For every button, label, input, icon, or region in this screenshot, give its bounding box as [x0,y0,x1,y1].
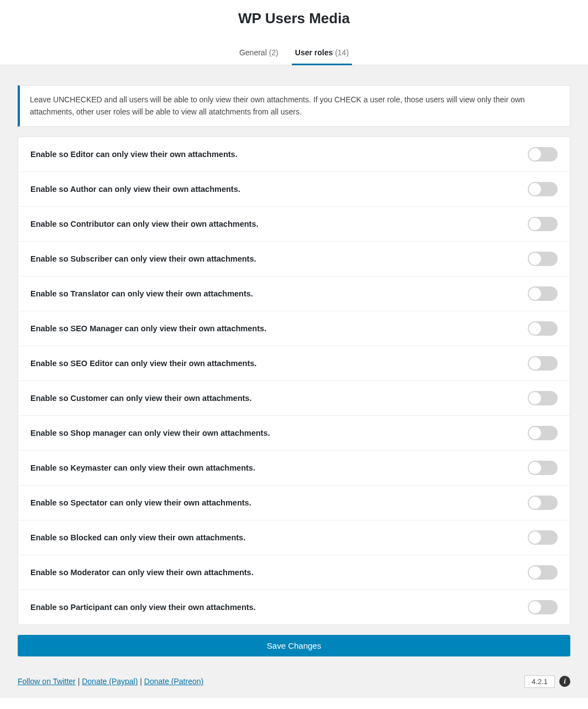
toggle-knob [529,427,541,439]
setting-label: Enable so Moderator can only view their … [30,568,254,577]
toggle-switch[interactable] [528,600,558,614]
toggle-switch[interactable] [528,461,558,475]
page-title: WP Users Media [0,10,588,27]
version-badge: 4.2.1 [524,675,555,688]
tab-user-roles[interactable]: User roles (14) [292,43,352,65]
toggle-knob [529,253,541,265]
toggle-switch[interactable] [528,496,558,510]
setting-row: Enable so Blocked can only view their ow… [18,520,570,555]
tabs: General (2)User roles (14) [0,43,588,65]
setting-row: Enable so SEO Editor can only view their… [18,346,570,381]
toggle-switch[interactable] [528,252,558,266]
donate-paypal-link[interactable]: Donate (Paypal) [82,677,138,686]
setting-label: Enable so SEO Editor can only view their… [30,359,256,368]
donate-patreon-link[interactable]: Donate (Patreon) [144,677,203,686]
toggle-switch[interactable] [528,182,558,196]
toggle-knob [529,392,541,404]
setting-row: Enable so Spectator can only view their … [18,486,570,520]
setting-row: Enable so Participant can only view thei… [18,590,570,624]
setting-label: Enable so SEO Manager can only view thei… [30,324,266,333]
toggle-switch[interactable] [528,321,558,336]
setting-label: Enable so Customer can only view their o… [30,394,251,403]
setting-label: Enable so Keymaster can only view their … [30,463,255,472]
setting-label: Enable so Spectator can only view their … [30,498,251,507]
toggle-knob [529,148,541,160]
footer-links: Follow on Twitter | Donate (Paypal) | Do… [18,677,203,686]
toggle-switch[interactable] [528,356,558,371]
toggle-knob [529,183,541,195]
toggle-knob [529,462,541,474]
toggle-switch[interactable] [528,426,558,440]
tab-count: (2) [269,48,279,57]
setting-row: Enable so Author can only view their own… [18,172,570,207]
toggle-knob [529,497,541,509]
setting-row: Enable so Contributor can only view thei… [18,207,570,242]
setting-row: Enable so Moderator can only view their … [18,555,570,590]
settings-list: Enable so Editor can only view their own… [18,137,570,625]
setting-row: Enable so Editor can only view their own… [18,137,570,172]
save-button[interactable]: Save Changes [18,635,570,656]
toggle-knob [529,322,541,335]
twitter-link[interactable]: Follow on Twitter [18,677,76,686]
setting-label: Enable so Shop manager can only view the… [30,429,270,437]
setting-label: Enable so Editor can only view their own… [30,150,238,159]
toggle-switch[interactable] [528,147,558,161]
toggle-switch[interactable] [528,286,558,301]
toggle-knob [529,566,541,578]
setting-row: Enable so Keymaster can only view their … [18,451,570,486]
toggle-switch[interactable] [528,217,558,231]
setting-label: Enable so Contributor can only view thei… [30,220,259,228]
setting-row: Enable so SEO Manager can only view thei… [18,311,570,346]
tab-label: User roles [295,48,335,57]
separator: | [138,677,144,686]
notice-box: Leave UNCHECKED and all users will be ab… [18,85,570,127]
separator: | [76,677,82,686]
setting-row: Enable so Translator can only view their… [18,277,570,311]
toggle-switch[interactable] [528,391,558,405]
setting-row: Enable so Customer can only view their o… [18,381,570,416]
tab-label: General [239,48,269,57]
setting-label: Enable so Participant can only view thei… [30,603,256,612]
info-icon[interactable]: i [559,676,570,687]
toggle-knob [529,531,541,544]
toggle-switch[interactable] [528,565,558,580]
tab-count: (14) [335,48,349,57]
toggle-knob [529,601,541,613]
setting-label: Enable so Subscriber can only view their… [30,254,256,263]
setting-label: Enable so Blocked can only view their ow… [30,533,245,542]
toggle-switch[interactable] [528,530,558,545]
toggle-knob [529,218,541,230]
setting-row: Enable so Subscriber can only view their… [18,242,570,277]
setting-row: Enable so Shop manager can only view the… [18,416,570,451]
tab-general[interactable]: General (2) [236,43,282,65]
toggle-knob [529,357,541,369]
setting-label: Enable so Author can only view their own… [30,185,240,194]
toggle-knob [529,288,541,300]
setting-label: Enable so Translator can only view their… [30,289,253,298]
